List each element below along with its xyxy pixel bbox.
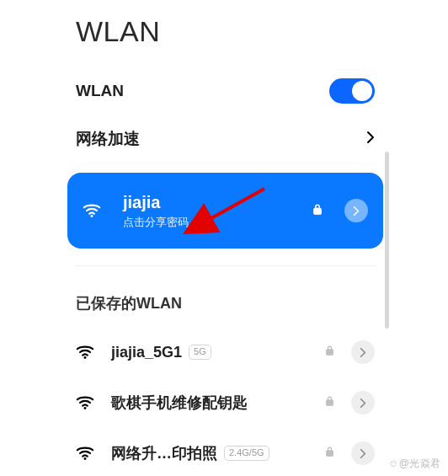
- wifi-icon: [76, 446, 94, 461]
- scrollbar[interactable]: [385, 152, 389, 329]
- band-badge: 5G: [189, 345, 211, 359]
- lock-icon: [325, 395, 334, 410]
- connected-network-hint: 点击分享密码: [123, 215, 291, 230]
- details-button[interactable]: [351, 391, 375, 414]
- connected-network-card[interactable]: jiajia 点击分享密码: [67, 173, 383, 249]
- network-name: 网络升…印拍照: [111, 443, 217, 463]
- wifi-icon: [83, 203, 101, 218]
- wlan-toggle[interactable]: [329, 78, 375, 104]
- wifi-icon: [76, 395, 94, 410]
- toggle-knob: [352, 81, 372, 101]
- network-name: 歌棋手机维修配钥匙: [111, 393, 248, 413]
- connected-network-name: jiajia: [123, 191, 291, 213]
- lock-icon: [325, 446, 334, 461]
- details-button[interactable]: [351, 441, 375, 465]
- watermark: ☺@光焱君: [388, 457, 441, 471]
- saved-network-row[interactable]: 网络升…印拍照 2.4G/5G: [67, 428, 383, 476]
- details-button[interactable]: [344, 199, 368, 222]
- wlan-master-label: WLAN: [76, 82, 307, 100]
- saved-network-row[interactable]: jiajia_5G1 5G: [67, 327, 383, 377]
- saved-network-row[interactable]: 歌棋手机维修配钥匙: [67, 377, 383, 428]
- wlan-master-row[interactable]: WLAN: [67, 67, 383, 115]
- wifi-icon: [76, 345, 94, 360]
- lock-icon: [325, 345, 334, 360]
- network-accelerate-row[interactable]: 网络加速: [67, 115, 383, 163]
- network-accelerate-label: 网络加速: [76, 128, 344, 150]
- saved-networks-header: 已保存的WLAN: [67, 266, 383, 327]
- chevron-right-icon: [366, 131, 375, 147]
- page-title: WLAN: [67, 0, 383, 67]
- network-name: jiajia_5G1: [111, 344, 182, 361]
- lock-icon: [312, 203, 323, 219]
- details-button[interactable]: [351, 340, 375, 364]
- band-badge: 2.4G/5G: [224, 446, 269, 460]
